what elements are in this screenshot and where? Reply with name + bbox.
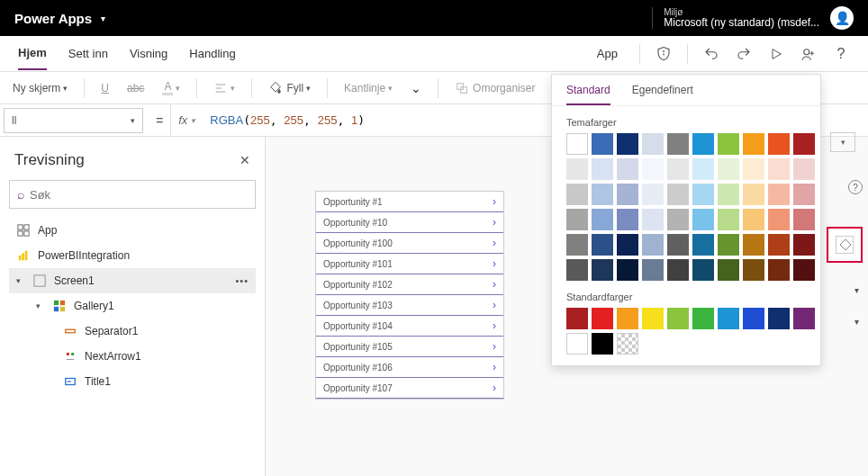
color-swatch[interactable] [793,158,815,180]
color-swatch[interactable] [592,133,613,155]
gallery-row[interactable]: Opportunity #106› [316,357,503,378]
gallery-row[interactable]: Opportunity #104› [316,316,503,337]
color-swatch[interactable] [617,259,638,281]
color-swatch[interactable] [743,234,764,256]
color-swatch[interactable] [566,133,588,155]
expand-icon[interactable]: ▾ [16,276,25,285]
color-swatch[interactable] [743,158,764,180]
color-swatch[interactable] [566,234,588,256]
color-swatch[interactable] [617,234,638,256]
app-checker-icon[interactable] [655,45,673,63]
color-swatch[interactable] [592,158,613,180]
play-icon[interactable] [767,45,785,63]
color-swatch[interactable] [642,158,664,180]
underline-button[interactable]: U [95,78,114,98]
color-swatch[interactable] [743,184,764,205]
color-swatch[interactable] [793,308,815,329]
color-swatch[interactable] [642,234,664,256]
tab-action[interactable]: Handling [189,38,235,69]
fx-button[interactable]: fx▾ [170,104,203,136]
section-chevron-1[interactable]: ▾ [854,285,859,295]
tab-insert[interactable]: Sett inn [68,38,108,69]
chevron-right-icon[interactable]: › [493,299,496,311]
gallery-row[interactable]: Opportunity #10› [316,212,503,233]
gallery-row[interactable]: Opportunity #102› [316,274,503,295]
color-tab-standard[interactable]: Standard [566,84,610,105]
app-menu-caret[interactable]: ▾ [101,13,105,23]
color-swatch[interactable] [768,209,790,230]
color-swatch[interactable] [667,234,689,256]
color-swatch[interactable] [566,333,588,355]
color-swatch[interactable] [768,234,790,256]
arrange-button[interactable]: Omorganiser [449,77,540,99]
tree-item-powerbi[interactable]: PowerBIIntegration [9,243,256,268]
color-swatch[interactable] [592,333,613,355]
color-swatch[interactable] [718,209,739,230]
chevron-right-icon[interactable]: › [493,361,496,373]
color-swatch[interactable] [692,209,714,230]
color-swatch[interactable] [692,308,714,329]
align-button[interactable]: ▾ [208,77,240,99]
color-swatch[interactable] [793,234,815,256]
tab-view[interactable]: Visning [130,38,167,69]
chevron-right-icon[interactable]: › [493,195,496,208]
color-swatch[interactable] [692,184,714,205]
chevron-right-icon[interactable]: › [493,216,496,229]
fill-color-button[interactable] [827,227,863,263]
color-swatch[interactable] [768,308,790,329]
tab-home[interactable]: Hjem [18,37,47,70]
strikethrough-button[interactable]: abc [122,78,149,98]
color-swatch[interactable] [617,308,638,329]
gallery-row[interactable]: Opportunity #1› [316,192,503,212]
share-icon[interactable] [800,45,818,63]
color-swatch[interactable] [617,184,638,205]
color-swatch[interactable] [718,234,739,256]
color-swatch[interactable] [768,158,790,180]
color-swatch[interactable] [617,333,638,355]
color-swatch[interactable] [617,133,638,155]
color-swatch[interactable] [642,133,664,155]
right-panel-dropdown[interactable]: ▾ [830,132,855,152]
color-swatch[interactable] [667,184,689,205]
color-swatch[interactable] [642,259,664,281]
chevron-right-icon[interactable]: › [493,257,496,270]
color-swatch[interactable] [768,259,790,281]
color-swatch[interactable] [566,308,588,329]
color-swatch[interactable] [592,234,613,256]
search-input[interactable] [30,188,248,202]
color-swatch[interactable] [718,158,739,180]
gallery-row[interactable]: Opportunity #105› [316,337,503,357]
color-swatch[interactable] [718,184,739,205]
color-swatch[interactable] [617,209,638,230]
tree-item-nextarrow1[interactable]: NextArrow1 [9,344,256,369]
chevron-right-icon[interactable]: › [493,237,496,249]
treeview-search[interactable]: ⌕ [9,180,256,209]
color-swatch[interactable] [793,133,815,155]
color-swatch[interactable] [566,209,588,230]
color-swatch[interactable] [592,259,613,281]
new-screen-button[interactable]: Ny skjerm▾ [7,78,73,98]
gallery-row[interactable]: Opportunity #101› [316,254,503,274]
tree-item-screen1[interactable]: ▾ Screen1 ••• [9,268,256,293]
color-swatch[interactable] [592,308,613,329]
color-swatch[interactable] [718,308,739,329]
color-swatch[interactable] [667,308,689,329]
color-swatch[interactable] [667,158,689,180]
border-button[interactable]: Kantlinje▾ [339,78,398,98]
color-swatch[interactable] [743,259,764,281]
undo-icon[interactable] [702,45,720,63]
color-swatch[interactable] [592,209,613,230]
color-swatch[interactable] [743,308,764,329]
color-swatch[interactable] [642,184,664,205]
color-swatch[interactable] [592,184,613,205]
tree-item-title1[interactable]: Title1 [9,369,256,394]
color-swatch[interactable] [743,209,764,230]
color-swatch[interactable] [768,133,790,155]
color-swatch[interactable] [743,133,764,155]
color-swatch[interactable] [718,133,739,155]
color-swatch[interactable] [692,158,714,180]
color-swatch[interactable] [667,133,689,155]
color-swatch[interactable] [692,133,714,155]
chevron-right-icon[interactable]: › [493,340,496,353]
gallery-preview[interactable]: Opportunity #1›Opportunity #10›Opportuni… [315,191,504,400]
